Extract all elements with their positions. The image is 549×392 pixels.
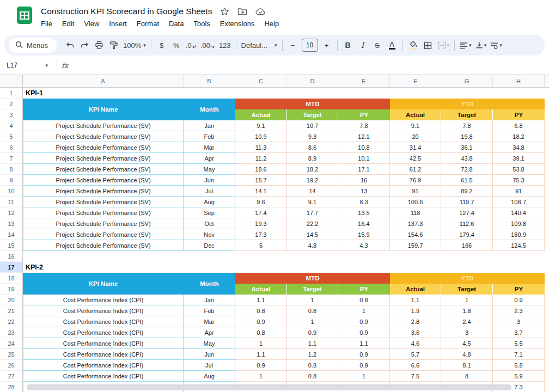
row-header-21[interactable]: 21: [0, 305, 23, 316]
menu-insert[interactable]: Insert: [105, 19, 131, 28]
header-ytd-py[interactable]: PY: [493, 284, 545, 295]
header-month[interactable]: Month: [184, 273, 235, 295]
vertical-align-icon[interactable]: ▾: [474, 38, 489, 52]
row-header-13[interactable]: 13: [0, 218, 23, 229]
cell-value[interactable]: 0.9: [493, 295, 545, 305]
horizontal-scrollbar-thumb[interactable]: [27, 384, 511, 390]
cell-kpi-name[interactable]: Project Schedule Performance (SV): [23, 142, 184, 153]
cell-value[interactable]: 1: [235, 371, 287, 382]
cell-value[interactable]: 0.9: [338, 327, 390, 338]
cell-value[interactable]: 108.7: [493, 197, 545, 207]
cell-value[interactable]: 2.4: [441, 316, 493, 327]
cell-value[interactable]: 1: [287, 295, 338, 305]
cell-month[interactable]: Nov: [184, 229, 235, 240]
cell-value[interactable]: 1: [235, 338, 287, 349]
menu-edit[interactable]: Edit: [58, 19, 78, 28]
cell-value[interactable]: 0.8: [287, 360, 338, 371]
cell-value[interactable]: 0.9: [235, 316, 287, 327]
cell-value[interactable]: 31.4: [390, 142, 441, 153]
cell-value[interactable]: 53.8: [493, 164, 545, 175]
cell-value[interactable]: 36.1: [441, 142, 493, 153]
cell-month[interactable]: Apr: [184, 327, 235, 338]
cell-month[interactable]: Mar: [184, 142, 235, 153]
undo-button[interactable]: [63, 38, 77, 52]
menu-data[interactable]: Data: [164, 19, 188, 28]
menu-format[interactable]: Format: [132, 19, 163, 28]
cell-value[interactable]: 4.8: [441, 349, 493, 360]
cell-month[interactable]: May: [184, 164, 235, 175]
header-mtd-actual[interactable]: Actual: [235, 284, 287, 295]
font-size-input[interactable]: 10: [302, 39, 318, 52]
cell-month[interactable]: Jul: [184, 360, 235, 371]
row-header-5[interactable]: 5: [0, 131, 23, 142]
menu-tools[interactable]: Tools: [189, 19, 214, 28]
row-header-22[interactable]: 22: [0, 316, 23, 327]
menu-view[interactable]: View: [80, 19, 103, 28]
cell-value[interactable]: 72.8: [441, 164, 493, 175]
header-kpi-name[interactable]: KPI Name: [23, 99, 184, 120]
cell-value[interactable]: 0.9: [338, 349, 390, 360]
cell-value[interactable]: 118: [390, 207, 441, 218]
cell-value[interactable]: 17.4: [235, 207, 287, 218]
cell-value[interactable]: 7.8: [441, 120, 493, 131]
cell-value[interactable]: 42.5: [390, 153, 441, 164]
cloud-status-icon[interactable]: [255, 8, 266, 16]
cell-month[interactable]: Mar: [184, 316, 235, 327]
cell-value[interactable]: 1.1: [235, 349, 287, 360]
move-to-folder-icon[interactable]: [237, 7, 247, 16]
row-header-1[interactable]: 1: [0, 88, 23, 99]
cell-value[interactable]: 15.7: [235, 175, 287, 186]
row-header-15[interactable]: 15: [0, 240, 23, 251]
row-header-26[interactable]: 26: [0, 360, 23, 371]
cell-value[interactable]: 1: [338, 371, 390, 382]
row-header-27[interactable]: 27: [0, 371, 23, 382]
cell-kpi-name[interactable]: Project Schedule Performance (SV): [23, 175, 184, 186]
cell-value[interactable]: 9.1: [235, 120, 287, 131]
cell-value[interactable]: 75.3: [493, 175, 545, 186]
row-header-4[interactable]: 4: [0, 120, 23, 131]
cell-value[interactable]: 6.8: [493, 120, 545, 131]
column-header-a[interactable]: A: [23, 75, 184, 88]
row-header-17[interactable]: 17: [0, 262, 23, 273]
increase-font-size-button[interactable]: +: [320, 38, 334, 52]
cell-value[interactable]: 137.3: [390, 218, 441, 229]
row-header-11[interactable]: 11: [0, 197, 23, 207]
cell-value[interactable]: 2.3: [493, 305, 545, 316]
increase-decimal-button[interactable]: .00: [199, 38, 217, 52]
row-header-16[interactable]: 16: [0, 251, 23, 262]
cell-value[interactable]: 15.9: [338, 229, 390, 240]
cell-value[interactable]: 14: [287, 186, 338, 197]
cell-value[interactable]: 9.3: [287, 131, 338, 142]
cell-kpi-name[interactable]: Cost Performance Index (CPI): [23, 360, 184, 371]
cell-value[interactable]: 20: [390, 131, 441, 142]
print-icon[interactable]: [92, 38, 106, 52]
cell-value[interactable]: 8.1: [441, 360, 493, 371]
cell-value[interactable]: 1.8: [441, 305, 493, 316]
menu-extensions[interactable]: Extensions: [216, 19, 259, 28]
row-header-14[interactable]: 14: [0, 229, 23, 240]
cell-month[interactable]: Jun: [184, 175, 235, 186]
cell-value[interactable]: 124.5: [493, 240, 545, 251]
section-label[interactable]: KPI-2: [23, 262, 235, 273]
cell-kpi-name[interactable]: Cost Performance Index (CPI): [23, 371, 184, 382]
cell-value[interactable]: 0.8: [287, 371, 338, 382]
cell-value[interactable]: 14.5: [287, 229, 338, 240]
bold-button[interactable]: B: [341, 38, 355, 52]
cell-value[interactable]: 6.6: [390, 360, 441, 371]
cell-value[interactable]: 10.8: [338, 142, 390, 153]
cell-value[interactable]: 119.7: [441, 197, 493, 207]
header-month[interactable]: Month: [184, 99, 235, 120]
cell-value[interactable]: 154.6: [390, 229, 441, 240]
cell-kpi-name[interactable]: Project Schedule Performance (SV): [23, 240, 184, 251]
cell-month[interactable]: Jan: [184, 120, 235, 131]
row-header-10[interactable]: 10: [0, 186, 23, 197]
row-header-20[interactable]: 20: [0, 295, 23, 305]
header-mtd-target[interactable]: Target: [287, 284, 338, 295]
name-box[interactable]: L17 ▾: [0, 62, 52, 69]
cell-month[interactable]: Aug: [184, 197, 235, 207]
cell-value[interactable]: 5.8: [493, 360, 545, 371]
decrease-decimal-button[interactable]: .0: [184, 38, 198, 52]
document-title[interactable]: Construction KPI Scorecard in Google She…: [41, 7, 212, 16]
text-wrap-icon[interactable]: ▾: [489, 38, 504, 52]
cell-value[interactable]: 18.2: [493, 131, 545, 142]
